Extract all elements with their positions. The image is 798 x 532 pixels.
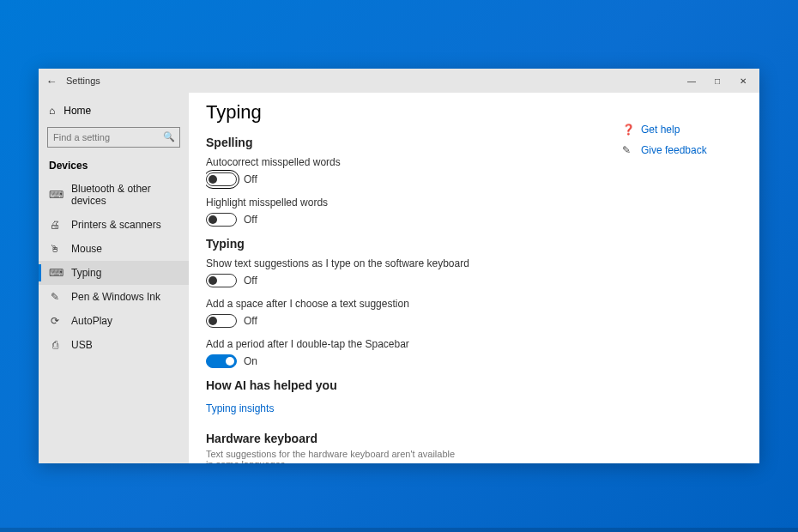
sidebar-item-pen[interactable]: ✎ Pen & Windows Ink [39,285,189,309]
soft-suggestions-toggle[interactable] [206,274,237,287]
printer-icon: 🖨 [49,219,61,231]
setting-label: Autocorrect misspelled words [206,156,612,168]
minimize-button[interactable]: ― [679,69,704,93]
sidebar-item-usb[interactable]: ⎙ USB [39,333,189,357]
hwkb-subtext: Text suggestions for the hardware keyboa… [206,449,463,463]
search-input[interactable] [47,127,180,148]
get-help-link[interactable]: ❓ Get help [622,124,742,136]
section-ai-heading: How AI has helped you [206,378,612,392]
autocorrect-toggle[interactable] [206,172,237,186]
sidebar-item-autoplay[interactable]: ⟳ AutoPlay [39,309,189,333]
feedback-label: Give feedback [641,144,707,156]
keyboard-icon: ⌨ [49,267,61,279]
sidebar: ⌂ Home 🔍 Devices ⌨ Bluetooth & other dev… [39,93,189,463]
sidebar-item-label: USB [71,339,93,351]
sidebar-item-printers[interactable]: 🖨 Printers & scanners [39,213,189,237]
autoplay-icon: ⟳ [49,315,61,327]
home-nav[interactable]: ⌂ Home [39,100,189,122]
help-label: Get help [641,124,680,136]
titlebar: ← Settings ― □ ✕ [39,69,759,93]
toggle-state: Off [244,315,257,327]
feedback-icon: ✎ [622,144,634,156]
search-wrap: 🔍 [39,122,189,153]
back-button[interactable]: ← [42,75,61,88]
sidebar-item-label: Typing [71,267,101,279]
setting-suggestions-soft: Show text suggestions as I type on the s… [206,257,612,287]
usb-icon: ⎙ [49,339,61,351]
sidebar-item-label: Printers & scanners [71,219,161,231]
page-title: Typing [206,101,612,124]
setting-label: Highlight misspelled words [206,196,612,209]
section-spelling-heading: Spelling [206,136,612,149]
window-title: Settings [66,76,100,86]
main-panel: Typing Spelling Autocorrect misspelled w… [206,101,622,463]
highlight-toggle[interactable] [206,213,237,227]
help-icon: ❓ [622,124,634,136]
setting-space-after: Add a space after I choose a text sugges… [206,298,612,328]
setting-period-doubletap: Add a period after I double-tap the Spac… [206,338,612,368]
sidebar-item-label: Pen & Windows Ink [71,291,160,303]
maximize-button[interactable]: □ [704,69,730,93]
section-hwkb-heading: Hardware keyboard [206,432,612,445]
pen-icon: ✎ [49,291,61,303]
sidebar-item-mouse[interactable]: 🖱 Mouse [39,237,189,261]
window-body: ⌂ Home 🔍 Devices ⌨ Bluetooth & other dev… [39,93,759,463]
setting-autocorrect: Autocorrect misspelled words Off [206,156,612,186]
sidebar-item-bluetooth[interactable]: ⌨ Bluetooth & other devices [39,177,189,213]
period-toggle[interactable] [206,354,237,368]
setting-label: Show text suggestions as I type on the s… [206,257,612,269]
toggle-state: On [244,355,257,367]
typing-insights-link[interactable]: Typing insights [206,402,274,414]
toggle-state: Off [244,173,257,185]
setting-label: Add a space after I choose a text sugges… [206,298,612,310]
mouse-icon: 🖱 [49,243,61,255]
sidebar-item-label: AutoPlay [71,315,112,327]
give-feedback-link[interactable]: ✎ Give feedback [622,144,742,156]
space-toggle[interactable] [206,314,237,328]
home-icon: ⌂ [49,105,55,117]
sidebar-section-title: Devices [39,153,189,177]
setting-label: Add a period after I double-tap the Spac… [206,338,612,350]
bluetooth-icon: ⌨ [49,189,61,201]
help-column: ❓ Get help ✎ Give feedback [622,101,742,463]
settings-window: ← Settings ― □ ✕ ⌂ Home 🔍 Devices ⌨ Blue… [39,69,759,463]
setting-highlight: Highlight misspelled words Off [206,196,612,227]
sidebar-item-label: Mouse [71,243,102,255]
home-label: Home [63,105,91,117]
content: Typing Spelling Autocorrect misspelled w… [189,93,759,463]
toggle-state: Off [244,275,257,287]
sidebar-item-label: Bluetooth & other devices [71,183,178,207]
section-typing-heading: Typing [206,237,612,251]
toggle-state: Off [244,214,257,226]
sidebar-item-typing[interactable]: ⌨ Typing [39,261,189,285]
close-button[interactable]: ✕ [730,69,756,93]
desktop-taskbar [0,528,798,532]
